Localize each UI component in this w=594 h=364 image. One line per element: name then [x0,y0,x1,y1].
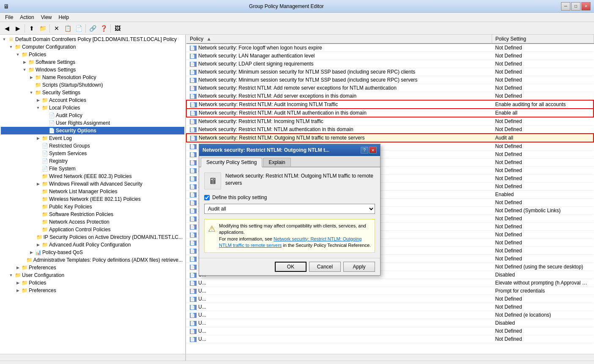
tree-item-user-policies[interactable]: ▶ 📁 Policies [1,279,184,287]
dialog-apply-button[interactable]: Apply [343,262,375,272]
toolbar-properties[interactable]: 📋 [63,23,73,33]
toolbar-folder[interactable]: 📁 [38,23,48,33]
toolbar-help[interactable]: ❓ [99,23,109,33]
tree-item-network-list[interactable]: ▶ 📁 Network List Manager Policies [1,188,184,195]
dialog-help-btn[interactable]: ? [361,147,368,153]
tree-item-advanced-audit[interactable]: ▶ 📁 Advanced Audit Policy Configuration [1,241,184,249]
table-row[interactable]: 📄Network security: Restrict NTLM: Outgoi… [186,134,594,142]
tree-item-wired-network[interactable]: ▶ 📁 Wired Network (IEEE 802.3) Policies [1,172,184,180]
tree-toggle-4[interactable]: ▶ [28,74,35,81]
tree-item-scripts[interactable]: ▶ 📁 Scripts (Startup/Shutdown) [1,81,184,89]
tree-item-system-services[interactable]: ▶ 📄 System Services [1,150,184,157]
table-row[interactable]: 📄U...Elevate without prompting (h Approv… [186,279,594,287]
tree-item-user-config[interactable]: ▼ 📁 User Configuration [1,271,184,279]
dialog-ok-button[interactable]: OK [275,262,307,272]
tree-toggle-18[interactable]: ▶ [35,181,41,187]
dialog-close-btn[interactable]: ✕ [369,147,377,153]
tree-item-admin-templates[interactable]: ▶ 📁 Administrative Templates: Policy def… [1,256,184,264]
tree-item-user-preferences[interactable]: ▶ 📁 Preferences [1,287,184,294]
tree-toggle-12[interactable]: ▶ [35,135,41,142]
tree-item-firewall[interactable]: ▶ 📁 Windows Firewall with Advanced Secur… [1,180,184,188]
tree-item-ip-security[interactable]: ▶ 📁 IP Security Policies on Active Direc… [1,233,184,241]
table-row[interactable]: 📄U...Not Defined [186,295,594,303]
menu-action[interactable]: Action [16,14,37,21]
table-row[interactable]: 📄U...Not Defined [186,303,594,311]
table-row[interactable]: 📄Network security: Restrict NTLM: NTLM a… [186,126,594,134]
tree-toggle-27[interactable]: ▶ [28,249,35,256]
toolbar-delete[interactable]: ✕ [52,23,62,33]
tree-item-policies[interactable]: ▼ 📁 Policies [1,51,184,58]
table-row[interactable]: 📄U...Not Defined (e locations) [186,311,594,319]
table-row[interactable]: 📄U...Prompt for credentials [186,287,594,295]
table-row[interactable]: 📄Network security: LDAP client signing r… [186,60,594,68]
tree-item-registry[interactable]: ▶ 📄 Registry [1,157,184,165]
menu-view[interactable]: View [38,14,55,21]
tree-item-network-access[interactable]: ▶ 📁 Network Access Protection [1,218,184,226]
menu-help[interactable]: Help [55,14,73,21]
tree-item-computer-config[interactable]: ▼ 📁 Computer Configuration [1,43,184,51]
dialog-tab-security-policy[interactable]: Security Policy Setting [201,158,262,167]
tree-toggle-29[interactable]: ▶ [14,264,21,271]
table-row[interactable]: 📄U...Disabled [186,319,594,327]
menu-file[interactable]: File [2,14,16,21]
table-row[interactable]: 📄U...Not Defined [186,327,594,335]
tree-root[interactable]: ▼ 🖥 Default Domain Controllers Policy [D… [1,36,184,43]
tree-root-toggle[interactable]: ▼ [1,36,8,43]
tree-item-security-settings[interactable]: ▼ 📁 Security Settings [1,89,184,96]
table-row[interactable]: 📄Network security: Minimum session secur… [186,76,594,84]
tree-item-preferences-computer[interactable]: ▶ 📁 Preferences [1,264,184,271]
tree-item-security-options[interactable]: ▶ 📄 Security Options [1,127,184,134]
tree-toggle-6[interactable]: ▼ [28,89,35,96]
tree-toggle-3[interactable]: ▼ [21,66,28,73]
tree-toggle-32[interactable]: ▶ [14,287,21,294]
tree-item-account-policies[interactable]: ▶ 📁 Account Policies [1,96,184,104]
toolbar-up[interactable]: ⬆ [27,23,37,33]
tree-item-public-key[interactable]: ▶ 📁 Public Key Policies [1,203,184,211]
audit-setting-dropdown[interactable]: Allow all Audit all Deny all [204,204,375,214]
toolbar-forward[interactable]: ▶ [13,23,23,33]
table-row[interactable]: 📄Network security: Restrict NTLM: Audit … [186,109,594,117]
dialog-tab-explain[interactable]: Explain [263,158,290,167]
toolbar-back[interactable]: ◀ [2,23,12,33]
col-header-policy[interactable]: Policy ▲ [186,35,492,44]
tree-item-app-control[interactable]: ▶ 📁 Application Control Policies [1,226,184,233]
tree-toggle-1[interactable]: ▼ [14,51,21,58]
toolbar-link[interactable]: 🔗 [88,23,98,33]
table-row[interactable]: 📄Network security: Minimum session secur… [186,68,594,76]
close-button[interactable]: ✕ [581,2,591,11]
policy-name-cell: 📄Network security: Force logoff when log… [186,44,492,52]
table-row[interactable]: 📄Network security: Restrict NTLM: Incomi… [186,117,594,126]
table-row[interactable]: 📄Network security: Restrict NTLM: Add se… [186,92,594,101]
tree-item-restricted-groups[interactable]: ▶ 📄 Restricted Groups [1,142,184,150]
tree-item-software[interactable]: ▶ 📁 Software Settings [1,58,184,66]
tree-toggle-0[interactable]: ▼ [8,44,14,50]
tree-toggle-26[interactable]: ▶ [35,241,41,248]
toolbar-copy[interactable]: 📄 [74,23,84,33]
tree-toggle-7[interactable]: ▶ [35,97,41,104]
tree-item-wireless[interactable]: ▶ 📁 Wireless Network (IEEE 802.11) Polic… [1,195,184,203]
maximize-button[interactable]: □ [571,2,580,11]
table-row[interactable]: 📄Network security: LAN Manager authentic… [186,52,594,60]
tree-item-local-policies[interactable]: ▼ 📁 Local Policies [1,104,184,112]
dialog-cancel-button[interactable]: Cancel [309,262,341,272]
tree-toggle-31[interactable]: ▶ [14,279,21,286]
col-header-setting[interactable]: Policy Setting [492,35,594,44]
tree-item-windows-settings[interactable]: ▼ 📁 Windows Settings [1,66,184,74]
tree-item-software-restriction[interactable]: ▶ 📁 Software Restriction Policies [1,211,184,218]
tree-toggle-8[interactable]: ▼ [35,104,41,111]
tree-item-qos[interactable]: ▶ 📊 Policy-based QoS [1,249,184,256]
table-row[interactable]: 📄Network security: Restrict NTLM: Add re… [186,84,594,92]
tree-toggle-2[interactable]: ▶ [21,59,28,66]
minimize-button[interactable]: ─ [561,2,570,11]
table-row[interactable]: 📄Network security: Restrict NTLM: Audit … [186,100,594,109]
table-row[interactable]: 📄U...Not Defined [186,335,594,343]
tree-item-event-log[interactable]: ▶ 📁 Event Log [1,134,184,142]
tree-item-file-system[interactable]: ▶ 📄 File System [1,165,184,172]
tree-item-name-res[interactable]: ▶ 📁 Name Resolution Policy [1,74,184,81]
toolbar-view[interactable]: 🖼 [112,23,123,33]
tree-item-audit-policy[interactable]: ▶ 📄 Audit Policy [1,112,184,119]
table-row[interactable]: 📄Network security: Force logoff when log… [186,44,594,52]
tree-toggle-30[interactable]: ▼ [8,272,14,279]
define-policy-checkbox[interactable] [204,195,210,200]
tree-item-user-rights[interactable]: ▶ 📄 User Rights Assignment [1,119,184,127]
